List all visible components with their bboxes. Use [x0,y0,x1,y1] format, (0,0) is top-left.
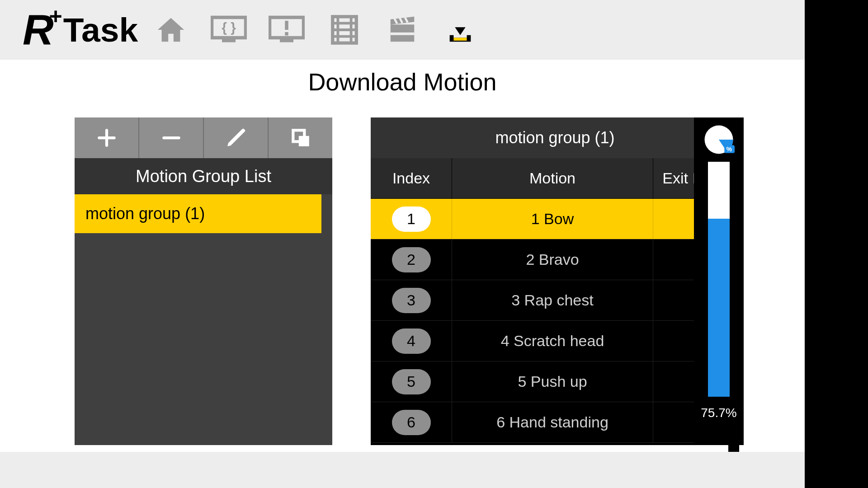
cell-index: 6 [371,402,452,442]
index-pill[interactable]: 5 [392,369,431,394]
svg-rect-4 [280,38,293,42]
group-list-title: Motion Group List [75,158,332,194]
code-editor-button[interactable]: { } [208,9,249,50]
index-pill[interactable]: 1 [392,206,431,232]
index-pill[interactable]: 4 [392,328,431,354]
svg-rect-1 [222,38,236,42]
table-row[interactable]: 11 Bow [371,199,739,239]
app-logo: R + Task [23,5,138,55]
svg-marker-15 [391,17,415,25]
svg-rect-19 [454,38,467,41]
edit-group-button[interactable] [204,117,269,158]
cell-index: 3 [371,280,452,320]
table-row[interactable]: 22 Bravo [371,239,739,280]
group-list: motion group (1) [75,194,332,233]
svg-rect-14 [391,33,415,35]
memory-panel: % 75.7% [694,117,744,445]
cell-index: 5 [371,361,452,402]
bottom-bar [0,452,805,488]
cell-index: 4 [371,321,452,361]
motion-table-body: 11 Bow22 Bravo33 Rap chest44 Scratch hea… [371,199,739,443]
memory-bar-track [708,162,730,397]
copy-group-button[interactable] [269,117,332,158]
motion-table-header: Index Motion Exit Index [371,158,739,199]
remove-group-button[interactable] [139,117,204,158]
page-title: Download Motion [0,68,805,96]
table-row[interactable]: 55 Push up [371,361,739,402]
index-pill[interactable]: 6 [392,410,431,435]
group-list-item[interactable]: motion group (1) [75,194,332,233]
cell-index: 1 [371,199,452,239]
motion-table-panel: motion group (1) Index Motion Exit Index… [371,117,739,445]
pie-chart-icon: % [703,124,735,155]
clapboard-icon [387,14,418,46]
add-group-button[interactable] [75,117,139,158]
clapboard-button[interactable] [382,9,423,50]
minus-icon [160,127,183,149]
home-button[interactable] [151,9,191,50]
memory-pie: % [703,124,735,155]
cell-motion: 5 Push up [452,361,653,402]
group-list-item-label: motion group (1) [85,204,205,223]
logo-word: Task [63,10,138,49]
table-row[interactable]: 44 Scratch head [371,321,739,361]
film-download-icon [816,401,856,436]
motion-group-panel: Motion Group List motion group (1) [75,117,332,445]
col-motion: Motion [452,158,653,198]
col-index: Index [371,158,452,198]
svg-rect-6 [285,32,288,36]
cell-motion: 2 Bravo [452,239,653,280]
code-monitor-icon: { } [211,15,247,44]
svg-rect-25 [818,404,842,430]
svg-rect-5 [285,21,288,30]
index-pill[interactable]: 2 [392,247,431,272]
alert-editor-button[interactable] [266,9,307,50]
svg-rect-21 [298,136,309,146]
cell-motion: 1 Bow [452,199,653,239]
cell-motion: 4 Scratch head [452,321,653,361]
cell-motion: 6 Hand standing [452,402,653,442]
top-toolbar: R + Task { } [0,0,805,60]
cell-index: 2 [371,239,452,280]
film-button[interactable] [324,9,365,50]
alert-monitor-icon [269,15,305,44]
pencil-icon [225,127,247,149]
download-button[interactable] [440,9,481,50]
copy-icon [289,127,312,149]
table-row[interactable]: 66 Hand standing [371,402,739,443]
motion-table-title: motion group (1) [371,117,739,158]
index-pill[interactable]: 3 [392,288,431,313]
group-toolbar [75,117,332,158]
logo-plus: + [49,3,62,29]
home-icon [155,14,187,46]
download-motion-button[interactable] [816,401,856,438]
svg-text:{ }: { } [222,20,236,35]
download-icon [444,14,476,46]
plus-icon [95,127,118,149]
memory-bar-fill [708,219,730,397]
memory-percent-label: 75.7% [701,406,736,420]
film-icon [329,14,360,46]
table-row[interactable]: 33 Rap chest [371,280,739,321]
logo-letter: R [23,5,51,55]
svg-text:%: % [726,145,732,153]
cell-motion: 3 Rap chest [452,280,653,320]
